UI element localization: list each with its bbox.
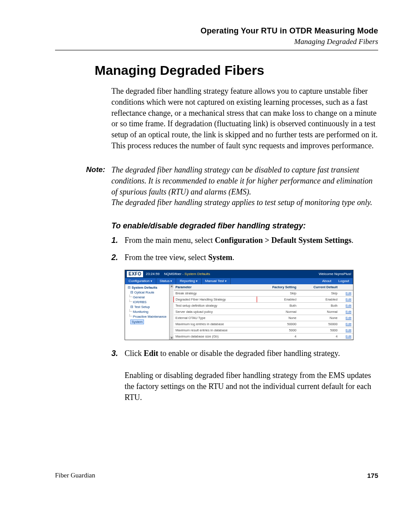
cell-current: Both [298, 302, 339, 308]
menu-logout[interactable]: Logout [335, 278, 353, 284]
running-header: Operating Your RTU in OTDR Measuring Mod… [55, 26, 378, 46]
table-row: Maximum database size (Gb) 4 4 Edit [174, 333, 354, 339]
edit-link[interactable]: Edit [339, 333, 353, 339]
cell-param: Degraded Fiber Handling Strategy [174, 296, 257, 302]
settings-table: Parameter Factory Setting Current Defaul… [173, 284, 353, 340]
step-post: to enable or disable the degraded fiber … [158, 349, 340, 358]
cell-factory: Skip [257, 290, 298, 296]
table-row: Break strategy Skip Skip Edit [174, 290, 354, 296]
cell-current: 50000 [298, 321, 339, 327]
menubar: Configuration Status Reporting Manual Te… [125, 278, 353, 284]
procedure-list-continued: 3. Click Edit to enable or disable the d… [111, 348, 378, 404]
menu-reporting[interactable]: Reporting [176, 278, 202, 284]
step-post: . [232, 253, 235, 262]
page-number: 175 [367, 472, 378, 479]
table-row: Maximum log entries in database 50000 50… [174, 321, 354, 327]
cell-current: 4 [298, 333, 339, 339]
table-row: Maximum result entries in database 5000 … [174, 327, 354, 333]
table-row: Server data upload policy Normal Normal … [174, 308, 354, 315]
app-name: NQMSfiber [164, 272, 181, 276]
tree-proactive[interactable]: Proactive Maintenance [125, 314, 169, 319]
tree-optical-route[interactable]: ⊟ Optical Route [125, 290, 169, 295]
cell-factory: 4 [257, 333, 298, 339]
scroll-up-icon[interactable]: ▲ [170, 284, 173, 288]
welcome-text: Welcome NqmsPlus! [319, 272, 351, 276]
chapter-title: Operating Your RTU in OTDR Measuring Mod… [55, 26, 378, 36]
tree-general[interactable]: General [125, 295, 169, 300]
col-edit [339, 284, 353, 290]
cell-param: Break strategy [174, 290, 257, 296]
note-line-2: The degraded fiber handling strategy app… [111, 198, 372, 207]
tree-test-setup[interactable]: ⊟ Test Setup [125, 305, 169, 309]
menu-configuration[interactable]: Configuration [125, 278, 156, 284]
note-block: Note: The degraded fiber handling strate… [55, 165, 378, 208]
edit-link[interactable]: Edit [339, 302, 353, 308]
cell-factory: Both [257, 302, 298, 308]
clock: 23:24:59 [146, 272, 159, 276]
cell-param: External OTAU Type [174, 315, 257, 321]
col-factory: Factory Setting [257, 284, 298, 290]
procedure-heading: To enable/disable degraded fiber handlin… [111, 221, 378, 231]
cell-current: 5000 [298, 327, 339, 333]
header-rule [55, 50, 378, 51]
app-title: NQMSfiber - System Defaults [164, 272, 319, 276]
note-body: The degraded fiber handling strategy can… [111, 165, 378, 208]
app-subtitle: - System Defaults [181, 272, 210, 276]
step-bold: Configuration > Default System Settings [215, 236, 351, 245]
app-topbar: EXFO 23:24:59 NQMSfiber - System Default… [125, 270, 353, 278]
page-footer: Fiber Guardian 175 [55, 472, 378, 479]
edit-link[interactable]: Edit [339, 327, 353, 333]
table-row: Test setup definition strategy Both Both… [174, 302, 354, 308]
cell-param: Maximum result entries in database [174, 327, 257, 333]
tree-root[interactable]: ⊟ System Defaults [125, 285, 169, 290]
procedure-list: 1. From the main menu, select Configurat… [111, 235, 378, 263]
edit-link[interactable]: Edit [339, 315, 353, 321]
cell-factory: 5000 [257, 327, 298, 333]
table-row-highlighted: Degraded Fiber Handling Strategy Enabled… [174, 296, 354, 302]
note-line-1: The degraded fiber handling strategy can… [111, 165, 372, 196]
edit-link[interactable]: Edit [339, 321, 353, 327]
step-bold: System [208, 253, 232, 262]
edit-link[interactable]: Edit [339, 296, 353, 302]
step-number: 2. [111, 252, 125, 263]
step-number: 3. [111, 348, 125, 404]
section-title: Managing Degraded Fibers [55, 37, 378, 46]
step-bold: Edit [144, 349, 158, 358]
step-3: 3. Click Edit to enable or disable the d… [111, 348, 378, 404]
edit-link[interactable]: Edit [339, 308, 353, 315]
cell-factory: None [257, 315, 298, 321]
step-text: From the tree view, select [125, 253, 208, 262]
intro-paragraph: The degraded fiber handling strategy fea… [111, 86, 378, 151]
menubar-spacer [231, 278, 319, 284]
cell-factory: Normal [257, 308, 298, 315]
cell-factory: Enabled [257, 296, 298, 302]
tree-system[interactable]: System [125, 319, 169, 325]
menu-about[interactable]: About [319, 278, 335, 284]
tree-ior-rbs[interactable]: IOR/RBS [125, 300, 169, 305]
scroll-down-icon[interactable]: ▼ [170, 336, 173, 340]
edit-link[interactable]: Edit [339, 290, 353, 296]
cell-param: Server data upload policy [174, 308, 257, 315]
note-label: Note: [55, 165, 111, 208]
cell-param: Maximum log entries in database [174, 321, 257, 327]
step-post: . [351, 236, 354, 245]
step-2: 2. From the tree view, select System. [111, 252, 378, 263]
tree-view[interactable]: ⊟ System Defaults ⊟ Optical Route Genera… [125, 284, 169, 340]
embedded-screenshot: EXFO 23:24:59 NQMSfiber - System Default… [125, 270, 354, 340]
step-text: From the main menu, select [125, 236, 215, 245]
cell-current: Skip [298, 290, 339, 296]
tree-scrollbar[interactable]: ▲ ▼ [169, 284, 173, 340]
step-number: 1. [111, 235, 125, 246]
table-header-row: Parameter Factory Setting Current Defaul… [174, 284, 354, 290]
col-parameter: Parameter [174, 284, 257, 290]
cell-current: Normal [298, 308, 339, 315]
menu-status[interactable]: Status [156, 278, 177, 284]
logo: EXFO [127, 271, 143, 277]
page-title: Managing Degraded Fibers [95, 63, 378, 78]
col-current: Current Default [298, 284, 339, 290]
menu-manual-test[interactable]: Manual Test [202, 278, 231, 284]
step-text: Click [125, 349, 144, 358]
cell-current: Enabled [298, 296, 339, 302]
tree-monitoring[interactable]: Monitoring [125, 309, 169, 314]
cell-current: None [298, 315, 339, 321]
